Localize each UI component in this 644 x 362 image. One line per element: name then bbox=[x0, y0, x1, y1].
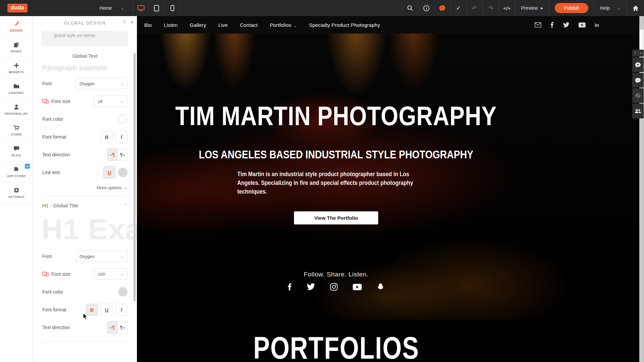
help-icon[interactable]: ? bbox=[634, 51, 636, 55]
comments-toolbar: ? × bbox=[632, 50, 644, 119]
facebook-icon bbox=[288, 283, 292, 291]
hero-body-line: techniques. bbox=[237, 187, 404, 196]
done-button[interactable]: ✓ bbox=[450, 0, 466, 16]
link-text-label: Link text bbox=[42, 170, 60, 175]
nav-item-contact[interactable]: Contact bbox=[240, 22, 258, 28]
page-selector-dropdown[interactable]: Home ⌄ bbox=[91, 0, 133, 16]
help-label: Help bbox=[600, 5, 610, 11]
sidebar-item-label: PAGES bbox=[11, 50, 22, 53]
linkedin-icon: in bbox=[595, 22, 599, 28]
hero-body-line: Angeles. Specializing in fire and specia… bbox=[237, 178, 404, 187]
facebook-link[interactable] bbox=[288, 283, 292, 291]
text-direction-label: Text direction bbox=[42, 152, 70, 157]
add-comment-button[interactable] bbox=[632, 57, 644, 72]
h1-section-header[interactable]: H1 - Global Title ⌃ bbox=[42, 203, 128, 208]
panel-scrollbar[interactable] bbox=[134, 53, 136, 301]
youtube-link[interactable] bbox=[353, 284, 362, 290]
nav-item-portfolios[interactable]: Portfolios⌄ bbox=[270, 22, 297, 28]
nav-item-listen[interactable]: Listen bbox=[164, 22, 178, 28]
help-icon[interactable]: ? bbox=[123, 19, 126, 25]
email-link[interactable] bbox=[535, 22, 541, 28]
arrow-right-icon: ▸ bbox=[110, 326, 112, 329]
linkedin-link[interactable]: in bbox=[595, 22, 599, 28]
hero-body-line: Tim Martin is an industrial style produc… bbox=[237, 170, 404, 178]
link-underline-button[interactable]: U bbox=[103, 166, 115, 178]
show-comments-button[interactable] bbox=[632, 73, 644, 88]
youtube-link[interactable] bbox=[579, 22, 586, 28]
facebook-link[interactable] bbox=[550, 22, 554, 28]
italic-button[interactable]: I bbox=[115, 131, 128, 143]
publish-button[interactable]: Publish bbox=[555, 3, 588, 13]
view-portfolio-button[interactable]: View The Portfolio bbox=[294, 211, 378, 224]
font-size-select[interactable]: 18 ⌄ bbox=[94, 96, 128, 107]
preview-button[interactable]: Preview ▶ bbox=[515, 0, 549, 16]
follow-caption: Follow. Share. Listen. bbox=[304, 271, 368, 278]
hide-comments-button[interactable] bbox=[632, 88, 644, 103]
duda-logo[interactable]: duda bbox=[7, 4, 28, 12]
h1-bold-button[interactable]: B bbox=[86, 304, 98, 316]
sidebar-item-content[interactable]: CONTENT bbox=[0, 79, 33, 99]
snapchat-icon bbox=[377, 283, 385, 291]
link-color-swatch[interactable] bbox=[118, 168, 128, 177]
h1-font-size-select[interactable]: 100 ⌄ bbox=[94, 268, 128, 280]
nav-item-live[interactable]: Live bbox=[218, 22, 228, 28]
h1-font-select[interactable]: Oxygen ⌄ bbox=[76, 251, 128, 262]
twitter-link[interactable] bbox=[306, 283, 315, 291]
h1-example-preview: H1 Exa bbox=[42, 214, 137, 245]
undo-button[interactable]: ↶ bbox=[466, 0, 483, 16]
redo-button[interactable]: ↷ bbox=[483, 0, 499, 16]
tablet-view-button[interactable] bbox=[149, 0, 164, 16]
h1-font-color-swatch[interactable] bbox=[118, 287, 128, 297]
h1-underline-button[interactable]: U bbox=[101, 304, 113, 316]
twitter-icon bbox=[306, 283, 315, 291]
sidebar-item-design[interactable]: DESIGN bbox=[0, 16, 33, 37]
sidebar-item-label: STORE bbox=[11, 133, 22, 136]
sidebar-item-app-store[interactable]: ★ APP STORE bbox=[0, 162, 33, 183]
mobile-view-button[interactable] bbox=[165, 0, 180, 16]
pilcrow-rtl-icon: ¶ bbox=[120, 152, 123, 157]
sidebar-item-settings[interactable]: SETTINGS bbox=[0, 183, 33, 203]
devices-icon bbox=[42, 272, 49, 276]
h1-italic-button[interactable]: I bbox=[115, 304, 128, 316]
dev-mode-button[interactable]: </> bbox=[499, 0, 515, 16]
comments-button[interactable] bbox=[434, 0, 450, 16]
editor-topbar: duda Home ⌄ ✓ bbox=[0, 0, 644, 16]
panel-header: GLOBAL DESIGN ? × bbox=[33, 16, 137, 30]
sidebar-item-store[interactable]: STORE bbox=[0, 120, 33, 141]
font-color-row: Font color bbox=[42, 113, 128, 125]
twitter-link[interactable] bbox=[563, 22, 569, 28]
more-options-link[interactable]: More options ⌄ bbox=[42, 185, 128, 190]
sidebar-item-blog[interactable]: BLOG bbox=[0, 141, 33, 162]
font-size-label: Font size bbox=[51, 99, 70, 104]
nav-item-specialty[interactable]: Specialty Product Photography bbox=[309, 22, 380, 28]
h1-direction-ltr-button[interactable]: ▸¶ bbox=[107, 321, 117, 333]
info-button[interactable] bbox=[418, 0, 434, 16]
font-color-swatch[interactable] bbox=[118, 114, 128, 124]
sidebar-item-widgets[interactable]: WIDGETS bbox=[0, 58, 33, 79]
direction-rtl-button[interactable]: ¶◂ bbox=[117, 149, 128, 161]
font-format-row: Font format B I bbox=[42, 131, 128, 143]
help-dropdown[interactable]: Help ⌄ bbox=[594, 0, 627, 16]
dashboard-home-button[interactable] bbox=[627, 0, 644, 16]
site-social-row bbox=[288, 283, 385, 291]
nav-item-bio[interactable]: Bio bbox=[144, 22, 152, 28]
arrow-right-icon: ▸ bbox=[110, 153, 112, 156]
pilcrow-ltr-icon: ¶ bbox=[112, 325, 115, 330]
nav-item-gallery[interactable]: Gallery bbox=[190, 22, 206, 28]
font-select[interactable]: Oxygen ⌄ bbox=[76, 78, 128, 89]
instagram-link[interactable] bbox=[330, 283, 338, 291]
chevron-down-icon: ⌄ bbox=[121, 6, 124, 10]
close-icon[interactable]: × bbox=[130, 19, 134, 26]
collaborators-button[interactable] bbox=[632, 104, 644, 118]
sidebar-item-label: APP STORE bbox=[7, 174, 26, 178]
search-button[interactable] bbox=[402, 0, 418, 16]
snapchat-link[interactable] bbox=[377, 283, 385, 291]
editor-sidebar: DESIGN PAGES WIDGETS CONTENT PERSONALIZE… bbox=[0, 16, 33, 362]
h1-direction-rtl-button[interactable]: ¶◂ bbox=[117, 321, 128, 333]
direction-ltr-button[interactable]: ▸¶ bbox=[107, 149, 117, 161]
desktop-view-button[interactable] bbox=[133, 0, 149, 16]
bold-button[interactable]: B bbox=[101, 131, 113, 143]
sidebar-item-pages[interactable]: PAGES bbox=[0, 37, 33, 58]
sidebar-item-personalize[interactable]: PERSONALIZE bbox=[0, 99, 33, 120]
close-icon[interactable]: × bbox=[640, 51, 642, 55]
